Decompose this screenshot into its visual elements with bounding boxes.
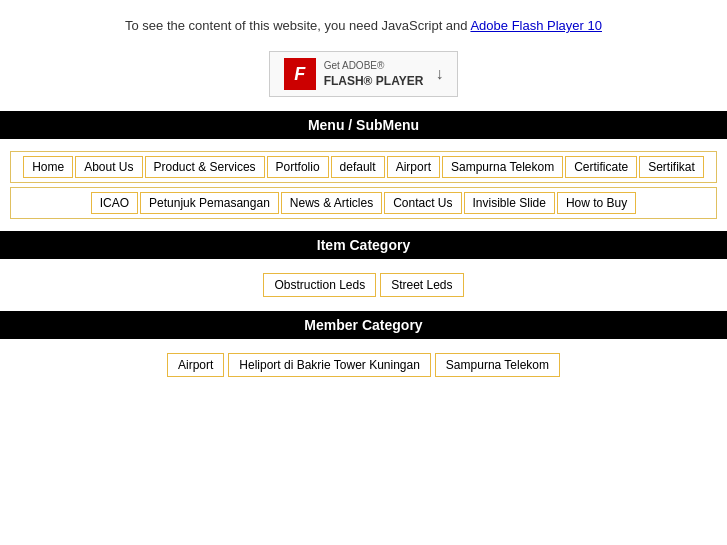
top-message: To see the content of this website, you …	[0, 0, 727, 43]
member-category-badge[interactable]: Heliport di Bakrie Tower Kuningan	[228, 353, 431, 377]
menu-item[interactable]: Home	[23, 156, 73, 178]
menu-item[interactable]: Invisible Slide	[464, 192, 555, 214]
menu-row-2: ICAOPetunjuk PemasanganNews & ArticlesCo…	[10, 187, 717, 219]
item-category-badge[interactable]: Street Leds	[380, 273, 463, 297]
menu-item[interactable]: Certificate	[565, 156, 637, 178]
member-category-badge[interactable]: Airport	[167, 353, 224, 377]
menu-item[interactable]: Product & Services	[145, 156, 265, 178]
menu-item[interactable]: Petunjuk Pemasangan	[140, 192, 279, 214]
menu-item[interactable]: News & Articles	[281, 192, 382, 214]
menu-section-header: Menu / SubMenu	[0, 111, 727, 139]
member-category-badge[interactable]: Sampurna Telekom	[435, 353, 560, 377]
menu-item[interactable]: ICAO	[91, 192, 138, 214]
menu-section: HomeAbout UsProduct & ServicesPortfoliod…	[0, 139, 727, 231]
item-category-badge[interactable]: Obstruction Leds	[263, 273, 376, 297]
flash-badge-container: Get ADOBE® FLASH® PLAYER ↓	[0, 51, 727, 97]
member-category-section: AirportHeliport di Bakrie Tower Kuningan…	[0, 339, 727, 391]
menu-row-1: HomeAbout UsProduct & ServicesPortfoliod…	[10, 151, 717, 183]
menu-item[interactable]: Sampurna Telekom	[442, 156, 563, 178]
item-category-header: Item Category	[0, 231, 727, 259]
menu-item[interactable]: default	[331, 156, 385, 178]
member-category-header: Member Category	[0, 311, 727, 339]
menu-item[interactable]: How to Buy	[557, 192, 636, 214]
flash-icon	[284, 58, 316, 90]
flash-badge-inner[interactable]: Get ADOBE® FLASH® PLAYER ↓	[269, 51, 459, 97]
menu-item[interactable]: Airport	[387, 156, 440, 178]
menu-item[interactable]: About Us	[75, 156, 142, 178]
flash-player-link[interactable]: Adobe Flash Player 10	[470, 18, 602, 33]
item-category-section: Obstruction LedsStreet Leds	[0, 259, 727, 311]
flash-text: Get ADOBE® FLASH® PLAYER	[324, 59, 424, 90]
flash-player-label: FLASH® PLAYER	[324, 73, 424, 90]
menu-item[interactable]: Contact Us	[384, 192, 461, 214]
flash-get-label: Get ADOBE®	[324, 59, 424, 73]
download-arrow-icon: ↓	[435, 65, 443, 83]
menu-item[interactable]: Sertifikat	[639, 156, 704, 178]
menu-item[interactable]: Portfolio	[267, 156, 329, 178]
